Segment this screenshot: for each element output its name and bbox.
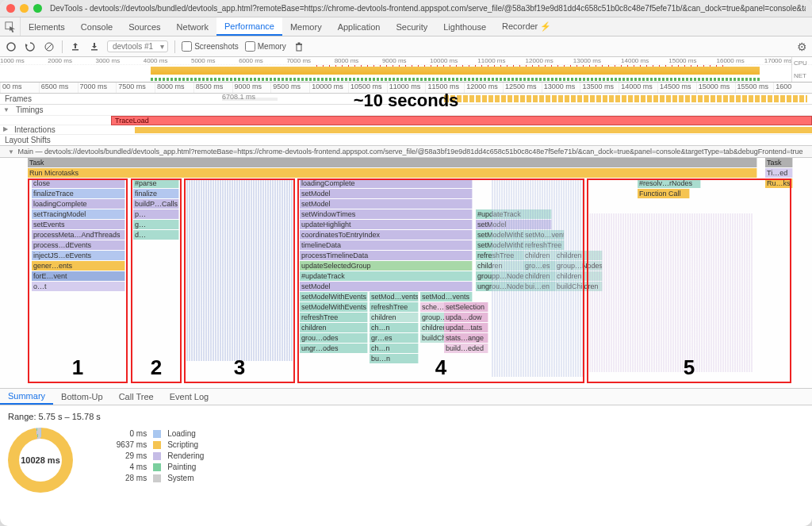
time-ruler[interactable]: 00 ms6500 ms7000 ms7500 ms8000 ms8500 ms…: [0, 83, 812, 94]
flame-bar[interactable]: #updateTrack: [300, 271, 473, 281]
flame-bar[interactable]: Ti…ed: [765, 168, 793, 178]
frames-track[interactable]: Frames 6708.1 ms: [0, 94, 812, 105]
flame-bar[interactable]: timelineData: [300, 240, 473, 250]
flame-bar[interactable]: upda…dow: [444, 313, 488, 322]
flame-bar[interactable]: processMeta…AndThreads: [32, 230, 125, 240]
screenshots-checkbox[interactable]: Screenshots: [182, 41, 239, 52]
flame-bar[interactable]: d…: [133, 230, 179, 240]
flame-bar[interactable]: p…: [133, 209, 179, 219]
flame-bar[interactable]: injectJS…eEvents: [32, 251, 125, 260]
tab-application[interactable]: Application: [330, 17, 389, 36]
flame-bar[interactable]: loadingComplete: [300, 179, 473, 188]
reload-record-icon[interactable]: [24, 40, 36, 53]
flame-bar[interactable]: ch…n: [370, 323, 419, 332]
record-icon[interactable]: [5, 40, 17, 53]
flame-bar[interactable]: setModelWithEvents: [300, 292, 368, 301]
flame-bar[interactable]: build…eded: [444, 344, 488, 353]
close-window-icon[interactable]: [6, 4, 15, 13]
flame-bar[interactable]: Function Call: [638, 189, 690, 198]
flame-bar[interactable]: refreshTree: [370, 302, 419, 312]
inspect-icon[interactable]: [0, 17, 21, 36]
memory-checkbox[interactable]: Memory: [245, 41, 286, 52]
flame-bar[interactable]: children: [370, 313, 419, 322]
flame-bar[interactable]: finalize: [133, 189, 179, 198]
flame-bar[interactable]: #resolv…rNodes: [638, 179, 701, 188]
tab-memory[interactable]: Memory: [282, 17, 330, 36]
flame-bar[interactable]: setTracingModel: [32, 209, 125, 219]
zoom-window-icon[interactable]: [33, 4, 42, 13]
frames-label: Frames: [0, 94, 56, 103]
flame-bar[interactable]: setSelection: [444, 302, 488, 312]
settings-icon[interactable]: ⚙: [797, 40, 807, 53]
timings-track[interactable]: ▼ Timings: [0, 105, 812, 116]
flame-bar[interactable]: setModel: [300, 189, 473, 198]
flame-bar[interactable]: updat…tats: [444, 323, 488, 332]
flame-bar[interactable]: updateSelectedGroup: [300, 261, 473, 271]
flame-bar[interactable]: updateHighlight: [300, 220, 473, 229]
upload-icon[interactable]: [69, 40, 82, 53]
tab-network[interactable]: Network: [169, 17, 216, 36]
flame-bar[interactable]: Ru…ks: [765, 179, 793, 188]
flame-bar[interactable]: setEvents: [32, 220, 125, 229]
flame-bar[interactable]: o…t: [32, 282, 125, 291]
flame-task[interactable]: Task: [765, 158, 793, 167]
flame-bar[interactable]: children: [300, 323, 368, 332]
flame-bar[interactable]: stats…ange: [444, 333, 488, 343]
svg-line-3: [46, 44, 52, 50]
tab-bottomup[interactable]: Bottom-Up: [53, 389, 111, 405]
flame-chart[interactable]: Task Ti…ed Ru…ks Task Run Microtasks clo…: [0, 158, 812, 388]
collapse-icon[interactable]: ▼: [8, 148, 14, 155]
flame-bar[interactable]: processTimelineData: [300, 251, 473, 260]
flame-bar[interactable]: #parse: [133, 179, 179, 188]
flame-bar[interactable]: gr…es: [370, 333, 419, 343]
trash-icon[interactable]: [293, 40, 305, 53]
tab-performance[interactable]: Performance: [216, 17, 282, 36]
flame-bar[interactable]: buildP…Calls: [133, 199, 179, 209]
overview-minimap[interactable]: 1000 ms2000 ms3000 ms4000 ms5000 ms6000 …: [0, 57, 812, 83]
flame-bar[interactable]: process…dEvents: [32, 240, 125, 250]
tab-calltree[interactable]: Call Tree: [111, 389, 162, 405]
flame-bar[interactable]: setMod…vents: [370, 292, 419, 301]
tab-eventlog[interactable]: Event Log: [162, 389, 217, 405]
tab-console[interactable]: Console: [73, 17, 121, 36]
clear-icon[interactable]: [43, 40, 56, 53]
flame-bar[interactable]: forE…vent: [32, 271, 125, 281]
minimize-window-icon[interactable]: [20, 4, 29, 13]
tab-recorder[interactable]: Recorder ⚡: [494, 17, 559, 36]
download-icon[interactable]: [88, 40, 101, 53]
tab-security[interactable]: Security: [388, 17, 435, 36]
flame-bar[interactable]: bu…n: [370, 354, 419, 363]
flame-bar[interactable]: ungr…odes: [300, 344, 368, 353]
summary-total: 10028 ms: [21, 455, 60, 465]
flame-bar[interactable]: close: [32, 179, 125, 188]
tab-summary[interactable]: Summary: [0, 389, 53, 405]
collapse-icon[interactable]: ▼: [3, 106, 10, 113]
interactions-label: Interactions: [10, 125, 56, 134]
traceload-bar[interactable]: TraceLoad: [111, 116, 812, 125]
flame-bar[interactable]: g…: [133, 220, 179, 229]
flame-bar[interactable]: grou…odes: [300, 333, 368, 343]
flame-bar[interactable]: setModel: [300, 282, 473, 291]
tab-elements[interactable]: Elements: [21, 17, 73, 36]
tab-sources[interactable]: Sources: [121, 17, 168, 36]
flame-bar[interactable]: setModel: [300, 199, 473, 209]
flame-bar[interactable]: ch…n: [370, 344, 419, 353]
flame-bar[interactable]: loadingComplete: [32, 199, 125, 209]
flame-bar[interactable]: setMod…vents: [420, 292, 473, 301]
session-dropdown[interactable]: devtools #1: [107, 40, 168, 52]
layoutshifts-track[interactable]: Layout Shifts: [0, 135, 812, 146]
interactions-track[interactable]: ▶ Interactions: [0, 125, 812, 135]
flame-bar[interactable]: finalizeTrace: [32, 189, 125, 198]
flame-microtasks[interactable]: Run Microtasks: [28, 168, 757, 178]
window-title: DevTools - devtools://devtools/bundled/d…: [50, 4, 806, 13]
flame-task[interactable]: Task: [28, 158, 757, 167]
tab-lighthouse[interactable]: Lighthouse: [435, 17, 494, 36]
flame-bar[interactable]: refreshTree: [300, 313, 368, 322]
flame-bar[interactable]: coordinatesToEntryIndex: [300, 230, 473, 240]
net-label: NET: [794, 72, 806, 79]
flame-bar[interactable]: setWindowTimes: [300, 209, 473, 219]
expand-icon[interactable]: ▶: [3, 125, 8, 134]
main-thread-header[interactable]: ▼ Main — devtools://devtools/bundled/dev…: [0, 146, 812, 158]
flame-bar[interactable]: setModelWithEvents: [300, 302, 368, 312]
flame-bar[interactable]: gener…ents: [32, 261, 125, 271]
